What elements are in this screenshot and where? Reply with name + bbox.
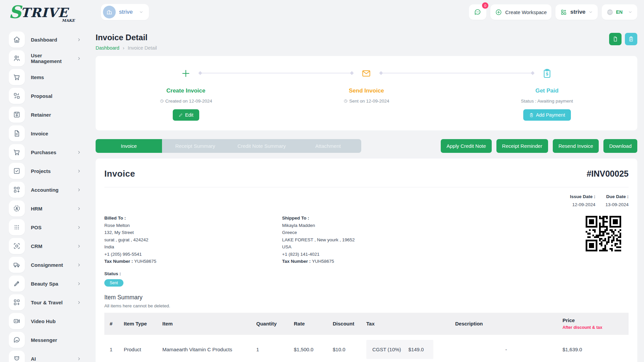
download-button[interactable]: Download: [603, 139, 637, 153]
brush-icon: [9, 276, 25, 292]
chevron-down-icon: [588, 10, 593, 14]
chevron-right-icon: [76, 56, 82, 61]
due-date-value: 13-09-2024: [605, 202, 629, 207]
sidebar-item-hrm[interactable]: HRM: [9, 200, 82, 217]
truck-icon: [9, 257, 25, 273]
description-cell: -: [450, 347, 557, 352]
receipt-reminder-button[interactable]: Receipt Reminder: [496, 139, 548, 153]
sidebar-item-invoice[interactable]: Invoice: [9, 125, 82, 141]
edit-button[interactable]: Edit: [173, 109, 199, 121]
person-target-icon: [9, 200, 25, 217]
column-header-#: #: [104, 321, 118, 326]
plus-icon: [96, 67, 276, 79]
workspace-quick-button[interactable]: strive: [555, 4, 597, 20]
frame-icon: [9, 238, 25, 254]
tax-value: $149.0: [409, 347, 424, 352]
sidebar-item-label: Accounting: [31, 187, 59, 193]
sidebar-item-consignment[interactable]: Consignment: [9, 257, 82, 273]
step-meta: Sent on 12-09-2024: [276, 99, 457, 104]
step-meta: Created on 12-09-2024: [96, 99, 276, 104]
users-icon: [9, 50, 25, 66]
page-title: Invoice Detail: [96, 33, 157, 42]
chevron-down-icon: [628, 10, 633, 14]
sidebar-item-tour-travel[interactable]: Tour & Travel: [9, 294, 82, 310]
due-date-label: Due Date :: [605, 194, 629, 199]
sidebar-item-dashboard[interactable]: Dashboard: [9, 32, 82, 48]
add-payment-button[interactable]: $Add Payment: [523, 109, 571, 121]
chevron-right-icon: [76, 169, 82, 174]
step-meta-text: Created on 12-09-2024: [165, 99, 212, 104]
invoice-qr-code: [586, 216, 621, 266]
step-create-invoice: Create InvoiceCreated on 12-09-2024Edit: [96, 56, 276, 130]
export-document-button[interactable]: [609, 33, 622, 45]
breadcrumb-dashboard-link[interactable]: Dashboard: [96, 45, 119, 51]
tab-receipt-summary[interactable]: Receipt Summary: [162, 139, 228, 153]
sidebar-item-projects[interactable]: Projects: [9, 163, 82, 179]
workspace-selector[interactable]: strive: [101, 4, 149, 20]
sidebar-item-crm[interactable]: CRM: [9, 238, 82, 254]
breadcrumb-separator: ›: [123, 45, 124, 51]
button-label: Edit: [185, 112, 194, 118]
address-line: Rose Melton: [104, 223, 282, 228]
price-subnote: After discount & tax: [562, 325, 629, 330]
logo-s: S: [9, 5, 21, 19]
issue-date-value: 12-09-2024: [570, 202, 595, 207]
stepper-connector: [200, 73, 352, 73]
chevron-right-icon: [76, 356, 82, 361]
chat-bubble-icon: [474, 8, 482, 16]
apply-credit-note-button[interactable]: Apply Credit Note: [441, 139, 492, 153]
sidebar-item-retainer[interactable]: Retainer: [9, 107, 82, 123]
tab-invoice[interactable]: Invoice: [96, 139, 162, 153]
clock-icon: [343, 99, 348, 103]
sidebar-item-proposal[interactable]: Proposal: [9, 88, 82, 104]
address-line: Mikayla Madden: [282, 223, 355, 228]
sidebar-item-pos[interactable]: POS: [9, 219, 82, 235]
clipboard-icon: $: [529, 113, 534, 118]
tab-attachment[interactable]: Attachment: [295, 139, 361, 153]
step-meta-text: Sent on 12-09-2024: [349, 99, 389, 104]
sidebar-item-accounting[interactable]: Accounting: [9, 182, 82, 198]
chat-button[interactable]: 0: [469, 4, 486, 20]
language-selector[interactable]: EN: [602, 4, 637, 20]
create-workspace-button[interactable]: Create Workspace: [490, 4, 551, 20]
copy-clipboard-button[interactable]: [625, 33, 637, 45]
sidebar-item-messenger[interactable]: Messenger: [9, 332, 82, 348]
dots-grid-icon: [9, 219, 25, 235]
tab-credit-note-summary[interactable]: Credit Note Summary: [228, 139, 295, 153]
column-header-quantity: Quantity: [251, 321, 288, 326]
envelope-icon: [276, 67, 457, 79]
invoice-card: Invoice #INV00025 Issue Date : 12-09-202…: [96, 159, 637, 362]
resend-invoice-button[interactable]: Resend Invoice: [553, 139, 599, 153]
sidebar-item-beauty-spa[interactable]: Beauty Spa: [9, 276, 82, 292]
chevron-right-icon: [76, 206, 82, 211]
discount-cell: $10.0: [327, 347, 361, 352]
step-title: Get Paid: [457, 87, 637, 94]
step-title: Send Invoice: [276, 87, 457, 94]
item-summary-note: All items here cannot be deleted.: [104, 303, 629, 308]
chevron-right-icon: [76, 187, 82, 192]
app-logo[interactable]: STRIVE MAKE: [9, 5, 81, 19]
sidebar-item-items[interactable]: Items: [9, 69, 82, 85]
address-line: India: [104, 245, 282, 249]
sidebar-item-user-management[interactable]: User Management: [9, 50, 82, 66]
tax-number-label: Tax Number :: [104, 259, 134, 264]
address-line: +1 (823) 141-4021: [282, 252, 355, 256]
address-label: Billed To :: [104, 216, 282, 220]
step-get-paid: $Get PaidStatus : Awaiting payment$Add P…: [457, 56, 637, 130]
tax-number-value: YUH58675: [312, 259, 334, 264]
sidebar: DashboardUser ManagementItemsProposalRet…: [0, 24, 89, 362]
breadcrumb: Dashboard › Invoice Detail: [96, 45, 157, 51]
sidebar-item-label: Video Hub: [31, 318, 56, 324]
sidebar-item-ai[interactable]: AI: [9, 351, 82, 362]
invoice-progress-card: Create InvoiceCreated on 12-09-2024EditS…: [96, 56, 637, 130]
column-header-rate: Rate: [288, 321, 327, 326]
grid-add-icon: [560, 9, 567, 16]
sidebar-item-purchases[interactable]: Purchases: [9, 144, 82, 160]
sidebar-item-label: Projects: [31, 168, 51, 174]
item-summary-title: Item Summary: [104, 294, 629, 301]
breadcrumb-current: Invoice Detail: [128, 45, 157, 51]
billed-to-block: Billed To :Rose Melton132, My Streetsura…: [104, 216, 282, 266]
table-row: 1ProductMamaearth Vitamin C Products1$1,…: [104, 335, 629, 362]
chat-badge: 0: [482, 2, 488, 9]
sidebar-item-video-hub[interactable]: Video Hub: [9, 313, 82, 329]
